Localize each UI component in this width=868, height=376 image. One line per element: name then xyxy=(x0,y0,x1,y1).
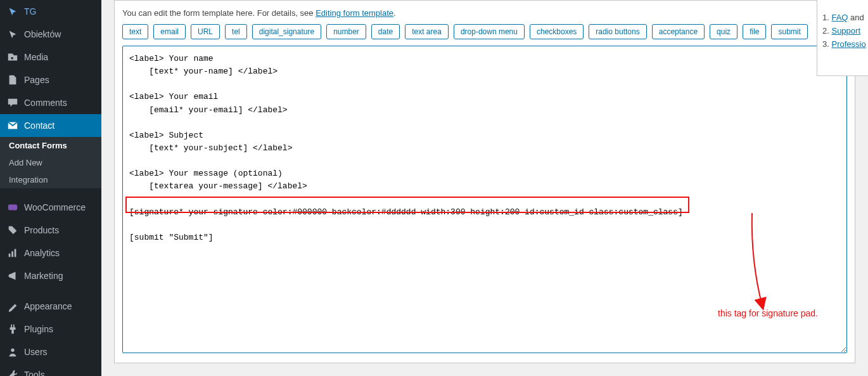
tag-button-number[interactable]: number xyxy=(326,24,366,39)
sidebar-item-tools[interactable]: Tools xyxy=(0,363,101,376)
sidebar-item-label: Users xyxy=(24,347,48,357)
svg-point-5 xyxy=(11,349,14,352)
analytics-icon xyxy=(6,247,19,259)
main-content: You can edit the form template here. For… xyxy=(101,0,868,376)
form-template-textarea[interactable] xyxy=(122,46,847,353)
form-editor-panel: You can edit the form template here. For… xyxy=(114,0,855,363)
help-link[interactable]: Editing form template xyxy=(316,8,393,18)
tag-button-text-area[interactable]: text area xyxy=(405,24,449,39)
tag-button-acceptance[interactable]: acceptance xyxy=(652,24,705,39)
sidebar-item-label: WooCommerce xyxy=(24,202,86,212)
sidebar-item-tg[interactable]: TG xyxy=(0,0,101,23)
sidebar-item-label: Appearance xyxy=(24,301,72,311)
tag-button-email[interactable]: email xyxy=(153,24,186,39)
sidebar-item-label: Contact xyxy=(24,120,54,131)
sidebar-item-label: Obiektów xyxy=(24,29,61,39)
tag-button-checkboxes[interactable]: checkboxes xyxy=(530,24,584,39)
help-link-faq[interactable]: FAQ xyxy=(831,13,848,22)
help-link-support[interactable]: Support xyxy=(831,26,860,36)
sidebar-item-label: Plugins xyxy=(24,324,53,334)
help-link-item: Support xyxy=(822,26,864,36)
help-text-suffix: . xyxy=(393,8,396,18)
svg-rect-4 xyxy=(15,249,16,257)
sidebar-item-media[interactable]: Media xyxy=(0,46,101,68)
appearance-icon xyxy=(6,300,19,313)
tag-button-text[interactable]: text xyxy=(122,24,148,39)
comments-icon xyxy=(6,96,19,109)
sidebar-item-pages[interactable]: Pages xyxy=(0,68,101,91)
help-sidebar: FAQ andSupportProfessio xyxy=(817,0,868,76)
tag-button-URL[interactable]: URL xyxy=(191,24,220,39)
sidebar-item-label: Tools xyxy=(24,370,45,376)
tag-button-date[interactable]: date xyxy=(371,24,400,39)
svg-rect-3 xyxy=(11,251,13,257)
sidebar-item-products[interactable]: Products xyxy=(0,219,101,242)
pin-icon xyxy=(6,28,19,41)
sidebar-item-woocommerce[interactable]: WooCommerce xyxy=(0,196,101,219)
help-link-item: Professio xyxy=(822,39,864,49)
sidebar-item-comments[interactable]: Comments xyxy=(0,91,101,114)
help-link-item: FAQ and xyxy=(822,13,864,22)
sidebar-item-appearance[interactable]: Appearance xyxy=(0,295,101,318)
tag-button-radio-buttons[interactable]: radio buttons xyxy=(589,24,646,39)
tag-button-row: textemailURLteldigital_signaturenumberda… xyxy=(122,24,847,39)
tag-button-quiz[interactable]: quiz xyxy=(710,24,737,39)
sidebar-item-plugins[interactable]: Plugins xyxy=(0,318,101,340)
sidebar-item-obiektów[interactable]: Obiektów xyxy=(0,23,101,46)
sidebar-item-marketing[interactable]: Marketing xyxy=(0,264,101,287)
submenu-item-add-new[interactable]: Add New xyxy=(0,154,101,171)
admin-sidebar: TGObiektówMediaPagesCommentsContactConta… xyxy=(0,0,101,376)
sidebar-item-label: Products xyxy=(24,225,59,235)
media-icon xyxy=(6,51,19,63)
sidebar-item-label: Media xyxy=(24,52,48,62)
sidebar-item-label: Analytics xyxy=(24,248,60,258)
sidebar-item-label: Comments xyxy=(24,98,67,108)
marketing-icon xyxy=(6,269,19,282)
help-link-professio[interactable]: Professio xyxy=(831,39,865,49)
users-icon xyxy=(6,346,19,358)
svg-rect-2 xyxy=(9,254,11,257)
sidebar-item-users[interactable]: Users xyxy=(0,340,101,363)
svg-rect-1 xyxy=(8,205,17,211)
sidebar-item-label: TG xyxy=(24,6,36,16)
tag-button-file[interactable]: file xyxy=(743,24,766,39)
form-editor-help: You can edit the form template here. For… xyxy=(122,8,847,18)
tag-button-digital-signature[interactable]: digital_signature xyxy=(252,24,321,39)
tag-button-tel[interactable]: tel xyxy=(225,24,247,39)
pages-icon xyxy=(6,74,19,86)
sidebar-submenu: Contact FormsAdd NewIntegration xyxy=(0,137,101,188)
products-icon xyxy=(6,224,19,237)
mail-icon xyxy=(6,119,19,132)
sidebar-item-label: Marketing xyxy=(24,271,63,281)
svg-point-0 xyxy=(11,57,13,60)
tag-button-drop-down-menu[interactable]: drop-down menu xyxy=(454,24,525,39)
form-template-wrap: this tag for signature pad. xyxy=(122,46,847,355)
woo-icon xyxy=(6,201,19,214)
help-text-prefix: You can edit the form template here. For… xyxy=(122,8,316,18)
plugins-icon xyxy=(6,323,19,335)
sidebar-item-label: Pages xyxy=(24,75,49,85)
sidebar-item-contact[interactable]: Contact xyxy=(0,114,101,137)
sidebar-item-analytics[interactable]: Analytics xyxy=(0,242,101,264)
tag-button-submit[interactable]: submit xyxy=(771,24,807,39)
submenu-item-contact-forms[interactable]: Contact Forms xyxy=(0,137,101,154)
tools-icon xyxy=(6,368,19,376)
submenu-item-integration[interactable]: Integration xyxy=(0,171,101,188)
pin-icon xyxy=(6,5,19,18)
